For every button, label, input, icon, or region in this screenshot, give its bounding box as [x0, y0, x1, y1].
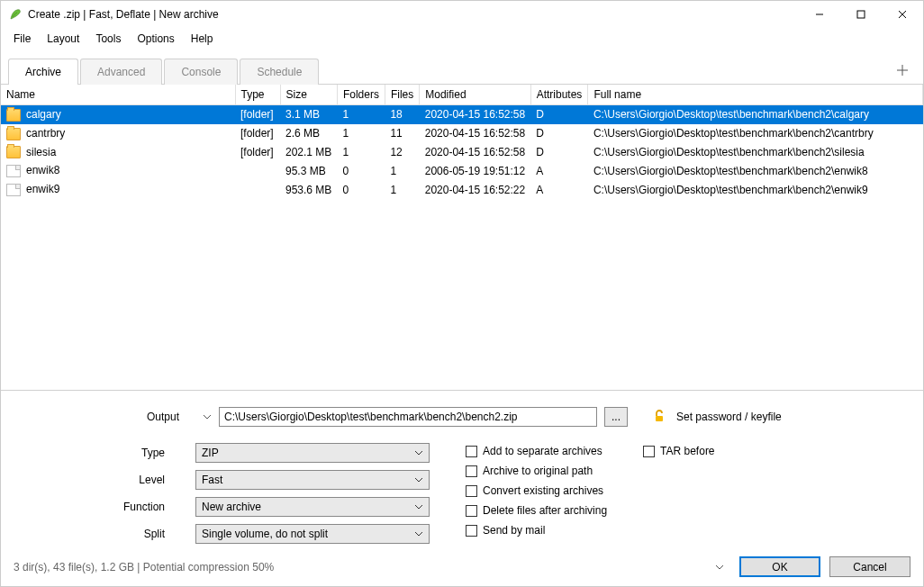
ok-button[interactable]: OK: [739, 556, 820, 577]
col-attributes[interactable]: Attributes: [530, 85, 588, 105]
check-label: Add to separate archives: [483, 445, 602, 457]
col-type[interactable]: Type: [235, 85, 280, 105]
col-files[interactable]: Files: [385, 85, 419, 105]
output-path-input[interactable]: [219, 407, 597, 427]
menu-tools[interactable]: Tools: [88, 30, 128, 48]
tab-schedule[interactable]: Schedule: [240, 59, 319, 85]
function-select[interactable]: New archive: [195, 497, 430, 517]
svg-rect-1: [857, 11, 865, 18]
table-row[interactable]: silesia[folder]202.1 MB1122020-04-15 16:…: [1, 143, 923, 162]
col-name[interactable]: Name: [1, 85, 235, 105]
col-full-name[interactable]: Full name: [588, 85, 923, 105]
file-icon: [6, 165, 21, 177]
chevron-down-icon[interactable]: [714, 562, 725, 573]
chevron-down-icon: [414, 529, 423, 538]
tab-console[interactable]: Console: [164, 59, 238, 85]
close-button[interactable]: [882, 1, 923, 28]
chevron-down-icon[interactable]: [203, 412, 212, 421]
browse-button[interactable]: ...: [604, 407, 628, 427]
check-convert[interactable]: Convert existing archives: [466, 484, 607, 497]
type-select[interactable]: ZIP: [195, 443, 430, 463]
level-value: Fast: [202, 474, 222, 486]
password-label[interactable]: Set password / keyfile: [676, 411, 782, 423]
check-tar-before[interactable]: TAR before: [643, 445, 714, 457]
maximize-button[interactable]: [840, 1, 882, 28]
menu-help[interactable]: Help: [184, 30, 221, 48]
file-icon: [6, 184, 21, 196]
menu-layout[interactable]: Layout: [40, 30, 86, 48]
output-label: Output: [19, 411, 195, 423]
col-modified[interactable]: Modified: [420, 85, 530, 105]
footer: 3 dir(s), 43 file(s), 1.2 GB | Potential…: [1, 551, 923, 586]
status-text: 3 dir(s), 43 file(s), 1.2 GB | Potential…: [14, 561, 705, 573]
tab-archive[interactable]: Archive: [8, 59, 78, 85]
tab-advanced[interactable]: Advanced: [80, 59, 162, 85]
titlebar: Create .zip | Fast, Deflate | New archiv…: [1, 1, 923, 28]
window: Create .zip | Fast, Deflate | New archiv…: [0, 0, 924, 587]
split-label: Split: [19, 528, 195, 540]
check-separate[interactable]: Add to separate archives: [466, 445, 607, 457]
check-delete[interactable]: Delete files after archiving: [466, 504, 607, 517]
check-label: Convert existing archives: [483, 484, 603, 497]
check-mail[interactable]: Send by mail: [466, 524, 607, 537]
lock-icon[interactable]: [653, 410, 666, 425]
folder-icon: [6, 128, 21, 140]
menu-options[interactable]: Options: [130, 30, 181, 48]
chevron-down-icon: [414, 475, 423, 484]
check-label: Delete files after archiving: [483, 504, 607, 517]
table-row[interactable]: cantrbry[folder]2.6 MB1112020-04-15 16:5…: [1, 124, 923, 143]
split-select[interactable]: Single volume, do not split: [195, 524, 430, 544]
add-tab-button[interactable]: [889, 57, 916, 84]
level-label: Level: [19, 474, 195, 486]
menubar: FileLayoutToolsOptionsHelp: [1, 28, 923, 50]
cancel-button[interactable]: Cancel: [829, 556, 910, 577]
table-row[interactable]: calgary[folder]3.1 MB1182020-04-15 16:52…: [1, 105, 923, 124]
folder-icon: [6, 109, 21, 122]
file-list[interactable]: NameTypeSizeFoldersFilesModifiedAttribut…: [1, 85, 923, 390]
function-label: Function: [19, 501, 195, 513]
table-row[interactable]: enwik895.3 MB012006-05-19 19:51:12AC:\Us…: [1, 161, 923, 180]
options-panel: Output ... Set password / keyfile TypeZI…: [1, 390, 923, 551]
minimize-button[interactable]: [799, 1, 840, 28]
check-label: Archive to original path: [483, 465, 593, 477]
menu-file[interactable]: File: [6, 30, 38, 48]
type-label: Type: [19, 447, 195, 459]
check-original[interactable]: Archive to original path: [466, 465, 607, 477]
check-label: Send by mail: [483, 524, 545, 537]
function-value: New archive: [202, 501, 261, 513]
level-select[interactable]: Fast: [195, 470, 430, 490]
folder-icon: [6, 146, 21, 158]
col-size[interactable]: Size: [280, 85, 337, 105]
type-value: ZIP: [202, 447, 219, 459]
svg-rect-6: [656, 416, 663, 421]
chevron-down-icon: [414, 502, 423, 511]
check-label: TAR before: [660, 445, 714, 457]
chevron-down-icon: [414, 448, 423, 457]
window-title: Create .zip | Fast, Deflate | New archiv…: [28, 8, 799, 21]
table-row[interactable]: enwik9953.6 MB012020-04-15 16:52:22AC:\U…: [1, 180, 923, 199]
col-folders[interactable]: Folders: [337, 85, 385, 105]
tabstrip: ArchiveAdvancedConsoleSchedule: [1, 50, 923, 85]
app-icon: [8, 7, 23, 22]
split-value: Single volume, do not split: [202, 528, 328, 540]
